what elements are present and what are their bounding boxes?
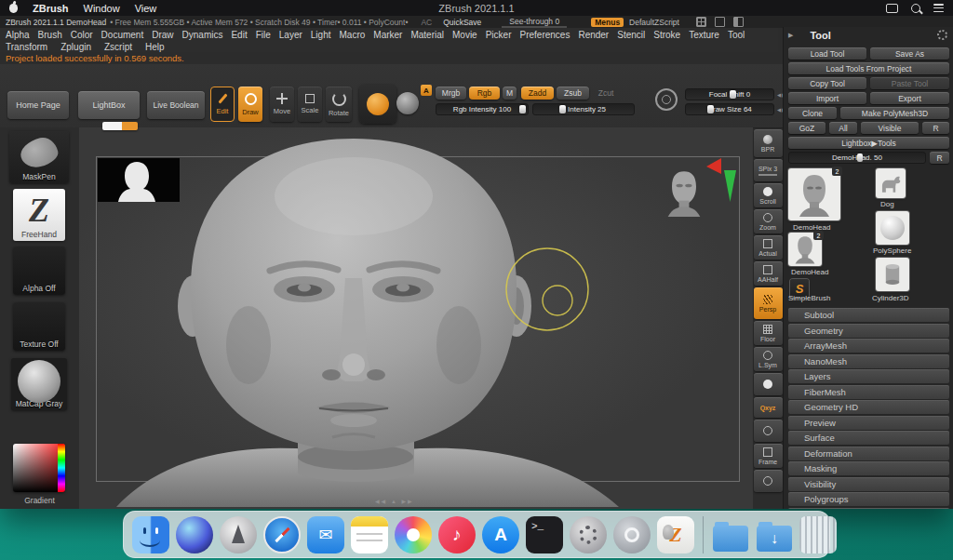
tool-thumbnail-cylinder[interactable] (876, 258, 909, 291)
menu-draw[interactable]: Draw (152, 30, 173, 40)
copy-tool-button[interactable]: Copy Tool (788, 77, 866, 89)
zcut-button[interactable]: Zcut (593, 87, 619, 100)
section-geometry-hd[interactable]: Geometry HD (788, 400, 949, 414)
actual-button[interactable]: Actual (754, 235, 783, 260)
dock-mail[interactable]: ✉ (306, 515, 345, 554)
menu-brush[interactable]: Brush (38, 30, 62, 40)
home-page-button[interactable]: Home Page (7, 91, 69, 119)
sculptris-button[interactable] (754, 420, 783, 442)
export-button[interactable]: Export (870, 92, 949, 104)
menu-zplugin[interactable]: Zplugin (60, 42, 91, 52)
focal-shift-slider[interactable]: Focal Shift 0 (685, 88, 774, 100)
material-picker[interactable]: MatCap Gray (11, 358, 67, 410)
menu-document[interactable]: Document (101, 30, 144, 40)
zsub-button[interactable]: Zsub (557, 87, 589, 100)
tool-thumbnail-polysphere[interactable] (876, 211, 909, 245)
spix-slider[interactable]: SPix 3 (754, 159, 783, 181)
menu-tool[interactable]: Tool (728, 30, 745, 40)
menubar-app-name[interactable]: ZBrush (33, 3, 69, 14)
frame-button[interactable]: Frame (754, 444, 783, 468)
goz-visible-button[interactable]: Visible (861, 122, 919, 134)
make-polymesh3d-button[interactable]: Make PolyMesh3D (840, 107, 949, 119)
dock-app-store[interactable]: A (481, 515, 520, 554)
section-surface[interactable]: Surface (788, 431, 949, 445)
tool-thumbnail-dog[interactable] (876, 168, 906, 198)
floor-button[interactable]: Floor (754, 321, 783, 345)
mrgb-button[interactable]: Mrgb (436, 87, 466, 100)
section-subtool[interactable]: Subtool (788, 308, 949, 322)
section-preview[interactable]: Preview (788, 416, 949, 430)
current-stroke-button[interactable] (396, 92, 419, 114)
menu-dynamics[interactable]: Dynamics (182, 30, 223, 40)
preview-head-icon[interactable] (664, 168, 705, 217)
draw-size-handle[interactable] (707, 105, 714, 113)
grid-icon[interactable] (696, 17, 706, 27)
scale-mode-button[interactable]: Scale (298, 87, 322, 122)
dock-safari[interactable] (262, 515, 302, 554)
persp-button[interactable]: Persp (754, 287, 783, 319)
section-fibermesh[interactable]: FiberMesh (788, 385, 949, 399)
focal-shift-icon[interactable] (655, 88, 678, 111)
section-contact[interactable]: Contact (788, 508, 949, 510)
dock-notes[interactable] (350, 515, 389, 554)
section-layers[interactable]: Layers (788, 369, 949, 383)
menu-picker[interactable]: Picker (486, 30, 512, 40)
dock-folder[interactable] (711, 515, 750, 554)
menu-layer[interactable]: Layer (279, 30, 302, 40)
aahalf-button[interactable]: AAHalf (754, 261, 783, 286)
dock-trash[interactable] (799, 515, 838, 554)
scroll-button[interactable]: Scroll (754, 183, 783, 207)
menu-movie[interactable]: Movie (452, 30, 477, 40)
quicksave-button[interactable]: QuickSave (443, 18, 481, 27)
color-picker[interactable] (13, 444, 65, 492)
menu-marker[interactable]: Marker (373, 30, 402, 40)
move-mode-button[interactable]: Move (270, 87, 294, 122)
menu-material[interactable]: Material (410, 30, 444, 40)
section-masking[interactable]: Masking (788, 461, 949, 475)
bpr-button[interactable]: BPR (754, 129, 783, 157)
clone-button[interactable]: Clone (788, 107, 837, 119)
active-tool-thumbnail[interactable]: 2 (788, 168, 840, 220)
draw-size-slider[interactable]: Draw Size 64 (685, 103, 774, 115)
apple-menu-icon[interactable] (9, 4, 18, 13)
collapse-chevron-icon[interactable]: ▶ (788, 32, 793, 39)
rgb-intensity-handle[interactable] (519, 105, 526, 113)
section-arraymesh[interactable]: ArrayMesh (788, 339, 949, 353)
lightbox-button[interactable]: LightBox (78, 91, 140, 119)
default-zscript-button[interactable]: DefaultZScript (629, 18, 679, 27)
dock-music[interactable]: ♪ (437, 515, 476, 554)
texture-picker[interactable]: Texture Off (13, 302, 65, 351)
see-through-slider[interactable]: See-through 0 (502, 17, 567, 28)
dock-downloads[interactable]: ↓ (755, 515, 794, 554)
inventory-r-button[interactable]: R (930, 152, 949, 164)
menu-color[interactable]: Color (71, 30, 93, 40)
load-tools-from-project-button[interactable]: Load Tools From Project (788, 62, 949, 74)
load-tool-button[interactable]: Load Tool (788, 47, 866, 60)
color-spectrum-strip[interactable] (58, 444, 65, 492)
display-icon[interactable] (886, 4, 898, 13)
save-as-button[interactable]: Save As (870, 47, 949, 60)
goz-button[interactable]: GoZ (788, 122, 825, 134)
dock-system-preferences[interactable] (569, 515, 608, 554)
rgb-intensity-slider[interactable]: Rgb Intensity 100 (436, 103, 529, 115)
sculpt-canvas[interactable]: ◀◀ ▲ ▶▶ (79, 127, 753, 509)
tool-thumbnail-demohead2[interactable]: 2 (788, 233, 822, 266)
inventory-slider-handle[interactable] (857, 153, 863, 162)
menubar-item-view[interactable]: View (135, 3, 157, 14)
panel-icon[interactable] (715, 17, 725, 27)
rgb-button[interactable]: Rgb (469, 87, 500, 100)
menus-toggle[interactable]: Menus (591, 18, 624, 27)
stroke-picker[interactable]: Z FreeHand (13, 189, 65, 241)
menu-preferences[interactable]: Preferences (519, 30, 570, 40)
alpha-picker[interactable]: Alpha Off (13, 247, 65, 295)
menu-edit[interactable]: Edit (231, 30, 247, 40)
menu-file[interactable]: File (256, 30, 271, 40)
local-transform-button[interactable] (754, 373, 783, 395)
focal-shift-handle[interactable] (730, 90, 736, 99)
dock-disk-utility[interactable] (612, 515, 651, 554)
menu-alpha[interactable]: Alpha (6, 30, 30, 40)
split-view-icon[interactable] (733, 17, 744, 27)
dock-finder[interactable] (131, 515, 170, 554)
menu-zscript[interactable]: Zscript (104, 42, 132, 52)
dock-zbrush[interactable]: Z (656, 515, 695, 554)
